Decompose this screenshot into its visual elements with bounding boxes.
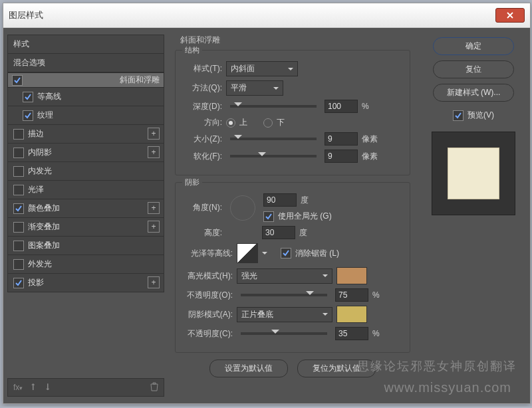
style-checkbox[interactable]: [13, 129, 24, 140]
depth-slider[interactable]: [230, 105, 317, 108]
add-icon[interactable]: +: [148, 202, 160, 214]
depth-value[interactable]: 100: [325, 100, 358, 113]
style-row-11[interactable]: 投影+: [7, 274, 164, 292]
list-footer: fx▾ 🠕 🠗: [7, 378, 164, 397]
size-label: 大小(Z):: [181, 134, 222, 145]
shadow-opacity-value[interactable]: 35: [335, 327, 368, 340]
shading-group: 阴影 角度(N): 90 度 使用全局光 (G): [175, 182, 410, 353]
chevron-down-icon[interactable]: [262, 252, 267, 257]
close-icon: [507, 12, 513, 19]
angle-value[interactable]: 90: [263, 193, 297, 207]
ok-button[interactable]: 确定: [433, 37, 514, 55]
style-row-7[interactable]: 颜色叠加+: [7, 199, 164, 218]
style-label: 图案叠加: [28, 240, 60, 251]
contour-picker[interactable]: [237, 243, 258, 263]
technique-label: 方法(Q):: [181, 82, 222, 94]
fx-icon[interactable]: fx▾: [13, 383, 23, 392]
shadow-opacity-slider[interactable]: [241, 332, 327, 335]
style-label: 外发光: [28, 258, 52, 270]
add-icon[interactable]: +: [148, 128, 160, 140]
shadow-mode-label: 阴影模式(A):: [181, 309, 233, 320]
technique-select[interactable]: 平滑: [226, 80, 283, 96]
structure-group: 结构 样式(T): 内斜面 方法(Q): 平滑 深度(D): 100 % 方向:: [175, 50, 410, 175]
down-icon[interactable]: 🠗: [44, 383, 52, 392]
add-icon[interactable]: +: [148, 146, 160, 158]
angle-dial[interactable]: [230, 195, 255, 221]
preview-swatch: [448, 148, 499, 199]
style-checkbox[interactable]: [13, 166, 24, 177]
style-label: 颜色叠加: [28, 203, 60, 214]
cancel-button[interactable]: 复位: [433, 60, 514, 78]
window-title: 图层样式: [9, 9, 495, 21]
chevron-down-icon: [273, 87, 279, 92]
style-checkbox[interactable]: [13, 185, 24, 195]
style-row-9[interactable]: 图案叠加: [7, 237, 164, 255]
highlight-opacity-slider[interactable]: [241, 294, 327, 296]
styles-header: 样式: [7, 35, 164, 54]
new-style-button[interactable]: 新建样式 (W)...: [433, 84, 514, 102]
soften-label: 软化(F):: [181, 151, 222, 162]
soften-slider[interactable]: [230, 155, 317, 157]
style-row-0[interactable]: 斜面和浮雕: [7, 72, 164, 88]
chevron-down-icon: [323, 274, 328, 280]
shadow-color-swatch[interactable]: [336, 306, 367, 323]
style-checkbox[interactable]: [23, 92, 33, 102]
blending-options[interactable]: 混合选项: [7, 54, 164, 72]
style-checkbox[interactable]: [13, 259, 24, 270]
style-row-1[interactable]: 等高线: [7, 88, 164, 106]
style-label: 内阴影: [28, 147, 52, 158]
size-value[interactable]: 9: [325, 132, 358, 146]
soften-value[interactable]: 9: [325, 150, 358, 163]
direction-down-radio[interactable]: [263, 118, 273, 128]
style-label: 光泽: [28, 184, 44, 195]
contour-label: 光泽等高线:: [181, 248, 233, 259]
style-checkbox[interactable]: [13, 241, 24, 251]
panel-title: 斜面和浮雕: [180, 35, 410, 46]
style-label: 斜面和浮雕: [120, 74, 160, 86]
style-checkbox[interactable]: [23, 110, 33, 121]
trash-icon[interactable]: [150, 382, 158, 393]
shading-legend: 阴影: [182, 177, 202, 187]
bevel-panel: 斜面和浮雕 结构 样式(T): 内斜面 方法(Q): 平滑 深度(D): 100…: [168, 28, 417, 403]
style-checkbox[interactable]: [13, 278, 24, 288]
highlight-opacity-label: 不透明度(O):: [181, 290, 233, 301]
shadow-opacity-label: 不透明度(C):: [181, 328, 233, 340]
style-checkbox[interactable]: [13, 222, 24, 233]
style-row-10[interactable]: 外发光: [7, 255, 164, 274]
style-label: 描边: [28, 128, 44, 140]
reset-default-button[interactable]: 复位为默认值: [297, 359, 376, 377]
highlight-mode-label: 高光模式(H):: [181, 270, 233, 282]
direction-up-radio[interactable]: [226, 118, 235, 128]
style-label: 样式(T):: [181, 63, 222, 74]
style-row-2[interactable]: 纹理: [7, 106, 164, 125]
styles-list: 样式 混合选项 斜面和浮雕等高线纹理描边+内阴影+内发光光泽颜色叠加+渐变叠加+…: [3, 28, 168, 403]
highlight-opacity-value[interactable]: 75: [335, 288, 368, 302]
antialias-checkbox[interactable]: [281, 248, 291, 258]
direction-label: 方向:: [181, 117, 222, 128]
style-label: 投影: [28, 277, 44, 288]
style-row-4[interactable]: 内阴影+: [7, 144, 164, 162]
style-select[interactable]: 内斜面: [226, 61, 298, 76]
style-checkbox[interactable]: [13, 148, 24, 158]
style-label: 内发光: [28, 165, 52, 177]
make-default-button[interactable]: 设置为默认值: [209, 359, 288, 377]
preview-checkbox[interactable]: [453, 110, 464, 121]
highlight-mode-select[interactable]: 强光: [237, 268, 332, 284]
close-button[interactable]: [495, 8, 525, 23]
style-row-6[interactable]: 光泽: [7, 181, 164, 199]
altitude-value[interactable]: 30: [262, 226, 295, 239]
style-row-8[interactable]: 渐变叠加+: [7, 218, 164, 237]
add-icon[interactable]: +: [148, 276, 160, 288]
size-slider[interactable]: [230, 138, 317, 140]
add-icon[interactable]: +: [148, 221, 160, 233]
shadow-mode-select[interactable]: 正片叠底: [237, 307, 332, 322]
global-light-checkbox[interactable]: [263, 211, 274, 222]
up-icon[interactable]: 🠕: [29, 383, 37, 392]
highlight-color-swatch[interactable]: [336, 267, 367, 284]
style-row-5[interactable]: 内发光: [7, 162, 164, 181]
preview-box: [432, 132, 515, 215]
style-row-3[interactable]: 描边+: [7, 125, 164, 144]
style-checkbox[interactable]: [12, 75, 23, 86]
style-checkbox[interactable]: [13, 203, 24, 214]
chevron-down-icon: [323, 313, 328, 318]
